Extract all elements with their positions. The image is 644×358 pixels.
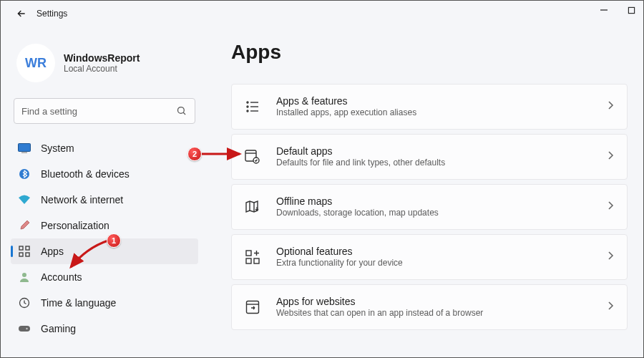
card-desc: Installed apps, app execution aliases (276, 107, 607, 119)
svg-rect-10 (26, 253, 29, 256)
user-type: Local Account (64, 64, 140, 74)
svg-rect-7 (19, 246, 23, 250)
svg-rect-26 (254, 258, 259, 263)
chevron-right-icon (607, 200, 614, 213)
back-icon[interactable] (15, 7, 28, 20)
card-title: Optional features (276, 246, 607, 257)
card-title: Apps & features (276, 95, 607, 107)
window-title: Settings (36, 9, 67, 19)
card-title: Apps for websites (276, 296, 607, 307)
default-apps-icon (245, 149, 260, 165)
card-desc: Websites that can open in an app instead… (276, 307, 607, 319)
chevron-right-icon (607, 100, 614, 113)
svg-rect-13 (19, 326, 30, 332)
sidebar-item-accounts[interactable]: Accounts (11, 264, 198, 290)
sidebar-item-label: Apps (41, 246, 64, 257)
svg-rect-25 (246, 258, 251, 263)
svg-point-15 (247, 102, 248, 103)
sidebar-item-gaming[interactable]: Gaming (11, 316, 198, 342)
svg-rect-5 (21, 153, 27, 153)
svg-point-11 (22, 273, 26, 277)
sidebar: WR WindowsReport Local Account System Bl… (1, 26, 208, 357)
chevron-right-icon (607, 150, 614, 163)
annotation-badge-1: 1 (107, 233, 121, 248)
chevron-right-icon (607, 301, 614, 314)
sidebar-item-label: System (41, 142, 74, 154)
user-name: WindowsReport (64, 52, 140, 64)
system-icon (18, 142, 31, 155)
main-panel: Apps Apps & features Installed apps, app… (208, 26, 643, 357)
gaming-icon (18, 322, 31, 335)
svg-point-14 (26, 328, 27, 329)
sidebar-item-time-language[interactable]: Time & language (11, 290, 198, 316)
bluetooth-icon (18, 168, 31, 180)
minimize-icon[interactable] (599, 5, 609, 15)
clock-icon (18, 296, 31, 309)
sidebar-item-label: Gaming (41, 323, 76, 334)
svg-line-3 (183, 112, 185, 115)
sidebar-item-network[interactable]: Network & internet (11, 187, 198, 213)
card-default-apps[interactable]: Default apps Defaults for file and link … (231, 134, 628, 180)
map-icon (245, 199, 260, 215)
wifi-icon (18, 193, 31, 206)
card-apps-features[interactable]: Apps & features Installed apps, app exec… (231, 84, 628, 130)
apps-icon (18, 245, 31, 258)
titlebar: Settings (1, 1, 643, 26)
card-desc: Downloads, storage location, map updates (276, 207, 607, 219)
card-optional-features[interactable]: Optional features Extra functionality fo… (231, 234, 628, 280)
chevron-right-icon (607, 251, 614, 263)
brush-icon (18, 219, 31, 232)
card-desc: Extra functionality for your device (276, 257, 607, 269)
sidebar-item-label: Network & internet (41, 194, 123, 205)
svg-rect-24 (246, 251, 251, 256)
sidebar-item-label: Bluetooth & devices (41, 168, 130, 180)
page-title: Apps (231, 41, 628, 64)
sidebar-item-system[interactable]: System (11, 135, 198, 161)
nav-list: System Bluetooth & devices Network & int… (11, 135, 198, 342)
sidebar-item-label: Accounts (41, 271, 82, 283)
maximize-icon[interactable] (626, 5, 636, 15)
user-profile[interactable]: WR WindowsReport Local Account (11, 26, 198, 97)
svg-point-2 (178, 107, 185, 114)
card-title: Default apps (276, 145, 607, 157)
sidebar-item-label: Time & language (41, 297, 116, 309)
apps-websites-icon (245, 299, 260, 315)
svg-point-19 (247, 110, 248, 112)
accounts-icon (18, 271, 31, 284)
card-title: Offline maps (276, 195, 607, 207)
svg-rect-9 (19, 253, 23, 256)
sidebar-item-label: Personalization (41, 220, 109, 231)
sidebar-item-apps[interactable]: Apps (11, 238, 198, 264)
search-input-wrapper[interactable] (14, 98, 195, 124)
sidebar-item-bluetooth[interactable]: Bluetooth & devices (11, 161, 198, 187)
card-desc: Defaults for file and link types, other … (276, 157, 607, 169)
svg-point-17 (247, 106, 248, 107)
list-icon (245, 99, 260, 115)
avatar: WR (16, 44, 55, 82)
optional-features-icon (245, 249, 260, 265)
svg-rect-8 (26, 246, 29, 250)
card-apps-for-websites[interactable]: Apps for websites Websites that can open… (231, 284, 628, 330)
search-icon (176, 105, 187, 117)
sidebar-item-personalization[interactable]: Personalization (11, 213, 198, 238)
card-offline-maps[interactable]: Offline maps Downloads, storage location… (231, 184, 628, 230)
svg-rect-4 (19, 144, 31, 152)
annotation-badge-2: 2 (187, 147, 202, 161)
search-input[interactable] (21, 106, 176, 117)
svg-rect-27 (247, 301, 259, 314)
svg-rect-1 (628, 7, 634, 13)
